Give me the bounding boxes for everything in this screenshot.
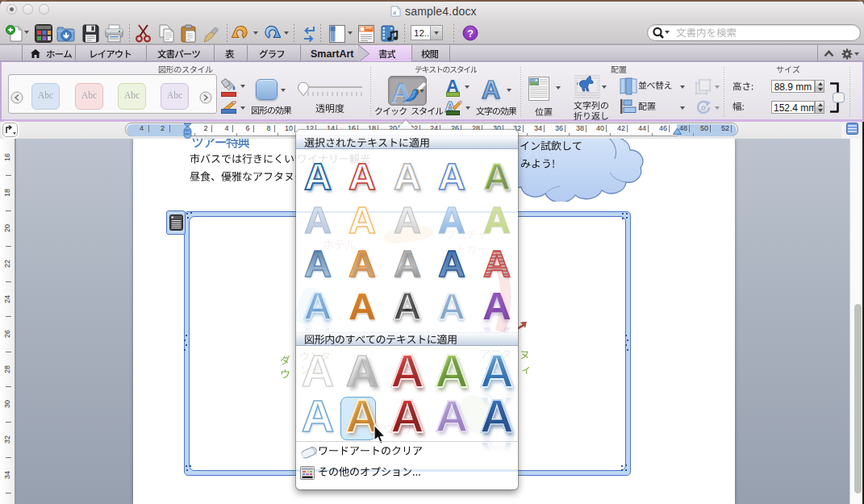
svg-text:?: ? xyxy=(467,28,474,40)
svg-text:a: a xyxy=(393,8,396,16)
